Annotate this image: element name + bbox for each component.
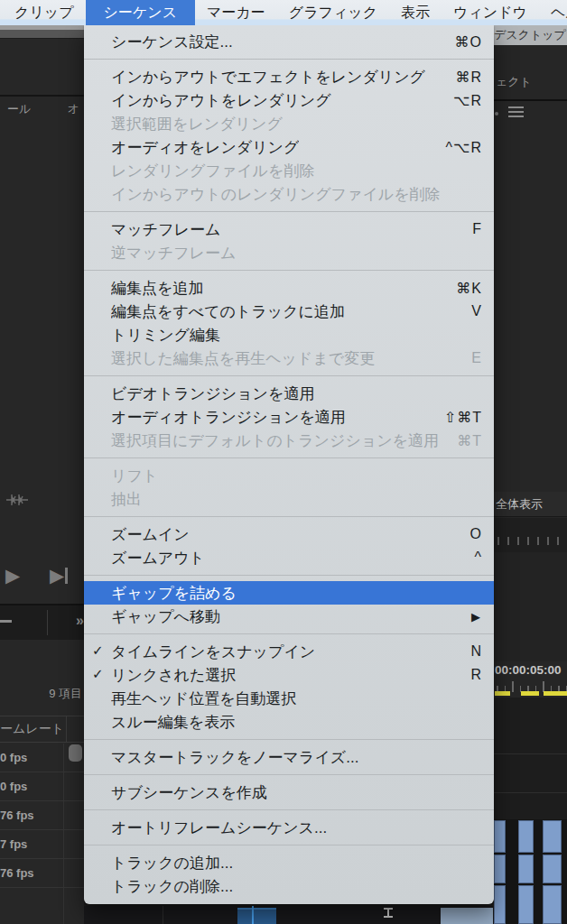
menu-item-label: トラックの追加...: [111, 853, 233, 873]
menu-item-label: ビデオトランジションを適用: [111, 383, 314, 404]
menubar-item-active[interactable]: シーケンス: [86, 0, 196, 25]
menu-item[interactable]: インからアウトをレンダリング⌥R: [84, 88, 494, 112]
minus-icon[interactable]: [0, 620, 12, 623]
menu-item-shortcut: O: [452, 526, 482, 542]
menubar-item-inactive[interactable]: グラフィック: [277, 0, 389, 25]
menu-item[interactable]: オートリフレームシーケンス...: [84, 816, 494, 839]
menu-item[interactable]: 再生ヘッド位置を自動選択: [84, 687, 494, 710]
menu-separator: [84, 839, 494, 851]
fit-label: 全体表示: [496, 496, 543, 513]
menubar-item-inactive[interactable]: 表示: [389, 0, 442, 25]
menubar-item-inactive[interactable]: マーカー: [195, 0, 277, 25]
timeline-clip[interactable]: [518, 885, 534, 924]
timeline-ruler[interactable]: [494, 679, 567, 692]
menu-separator: [84, 511, 494, 522]
framerate-column-header[interactable]: ームレート: [0, 716, 84, 743]
menu-item[interactable]: シーケンス設定...⌘O: [84, 30, 494, 53]
menu-item-label: インからアウトをレンダリング: [111, 90, 331, 111]
chevrons-right-icon[interactable]: »: [76, 613, 84, 629]
menu-item[interactable]: ズームアウト^: [84, 546, 494, 569]
ruler-tick: [557, 537, 559, 545]
menu-item-label: サブシーケンスを作成: [111, 782, 267, 803]
menu-item-label: ズームアウト: [111, 548, 205, 568]
sequence-menu-dropdown: シーケンス設定...⌘Oインからアウトでエフェクトをレンダリング⌘Rインからアウ…: [84, 25, 494, 904]
submenu-arrow-icon: ▶: [471, 610, 482, 624]
menu-item-label: 編集点を追加: [111, 278, 203, 299]
framerate-cell: 76 fps: [0, 801, 84, 830]
menu-separator: [84, 452, 494, 464]
panel-dot-icon: [495, 112, 498, 116]
menu-separator: [84, 264, 494, 276]
track-boundary-line: [163, 906, 163, 924]
ruler-tick: [517, 537, 519, 545]
menu-item-label: タイムラインをスナップイン: [111, 642, 315, 662]
menu-item-label: 選択範囲をレンダリング: [111, 114, 283, 134]
menu-item[interactable]: ✓リンクされた選択R: [84, 663, 494, 687]
menu-item[interactable]: ギャップを詰める: [84, 581, 494, 605]
timeline-clip[interactable]: [494, 820, 506, 853]
timeline-clip[interactable]: [237, 908, 276, 924]
timeline-clip[interactable]: [543, 820, 562, 853]
timecode-display[interactable]: 00:00:05:00: [495, 663, 562, 677]
menu-item-label: 抽出: [111, 489, 142, 510]
panel-tab-row: ール オ: [7, 101, 79, 117]
play-button[interactable]: ▶: [5, 565, 20, 587]
menu-item[interactable]: マスタートラックをノーマライズ...: [84, 745, 494, 769]
yellow-marker-bar: [495, 691, 510, 696]
play-to-out-button[interactable]: ▶: [50, 565, 68, 587]
menu-item: 選択範囲をレンダリング: [84, 112, 494, 135]
timeline-bottom-strip: [84, 906, 494, 924]
playhead-line[interactable]: [252, 906, 254, 924]
menu-item[interactable]: スルー編集を表示: [84, 710, 494, 734]
menu-item[interactable]: 編集点をすべてのトラックに追加V: [84, 300, 494, 323]
timeline-clip[interactable]: [494, 855, 506, 883]
panel-toolbar: »: [0, 605, 84, 640]
monitor-time-ruler[interactable]: [494, 518, 567, 552]
desktop-window-titlebar: デスクトップ: [494, 25, 567, 45]
menu-item-label: オーディオトランジションを適用: [111, 407, 346, 428]
timeline-clip[interactable]: [543, 885, 562, 924]
hamburger-menu-icon[interactable]: [508, 106, 524, 120]
timeline-clip[interactable]: [494, 885, 506, 924]
menu-item[interactable]: ズームインO: [84, 522, 494, 546]
project-items-count: 9 項目: [49, 686, 82, 702]
timeline-clip[interactable]: [441, 908, 493, 924]
menu-item[interactable]: インからアウトでエフェクトをレンダリング⌘R: [84, 65, 494, 88]
menu-item-label: レンダリングファイルを削除: [111, 161, 314, 181]
menubar-item-inactive[interactable]: クリップ: [3, 0, 86, 25]
menu-item[interactable]: トリミング編集: [84, 323, 494, 346]
menu-item[interactable]: ギャップへ移動▶: [84, 605, 494, 628]
panel-divider: [494, 99, 567, 101]
column-divider[interactable]: [66, 716, 67, 743]
menu-item[interactable]: オーディオをレンダリング^⌥R: [84, 135, 494, 159]
menu-item[interactable]: ビデオトランジションを適用: [84, 382, 494, 405]
effects-tab-label[interactable]: ェクト: [496, 74, 532, 90]
menu-item-label: 編集点をすべてのトラックに追加: [111, 301, 345, 322]
menu-separator: [84, 370, 494, 382]
menu-item[interactable]: サブシーケンスを作成: [84, 781, 494, 804]
menubar-item-inactive[interactable]: ウィンドウ: [442, 0, 539, 25]
ruler-tick: [512, 681, 514, 692]
toolbar-divider: [47, 610, 48, 635]
menu-item[interactable]: マッチフレームF: [84, 217, 494, 241]
menu-item[interactable]: トラックの削除...: [84, 874, 494, 898]
menu-separator: [84, 206, 494, 217]
menu-item-shortcut: ^: [456, 550, 482, 566]
menu-item[interactable]: 編集点を追加⌘K: [84, 276, 494, 300]
menu-item-label: リンクされた選択: [111, 665, 236, 686]
menu-item-shortcut: V: [453, 303, 482, 319]
menubar-item-inactive[interactable]: ヘル: [539, 0, 567, 25]
menu-item[interactable]: ✓タイムラインをスナップインN: [84, 640, 494, 663]
menu-item-label: 再生ヘッド位置を自動選択: [111, 688, 297, 709]
timeline-clip[interactable]: [518, 855, 534, 883]
menu-item[interactable]: オーディオトランジションを適用⇧⌘T: [84, 405, 494, 429]
menu-item[interactable]: トラックの追加...: [84, 851, 494, 874]
timeline-clip[interactable]: [518, 820, 534, 853]
menu-item-label: シーケンス設定...: [111, 32, 233, 52]
play-triangle-icon: ▶: [50, 565, 64, 587]
zoom-level-select[interactable]: 全体表示: [494, 492, 567, 517]
menu-item: リフト: [84, 464, 494, 487]
edit-point-icon: [384, 908, 393, 918]
timeline-clip[interactable]: [543, 855, 562, 883]
menu-item: 抽出: [84, 487, 494, 511]
